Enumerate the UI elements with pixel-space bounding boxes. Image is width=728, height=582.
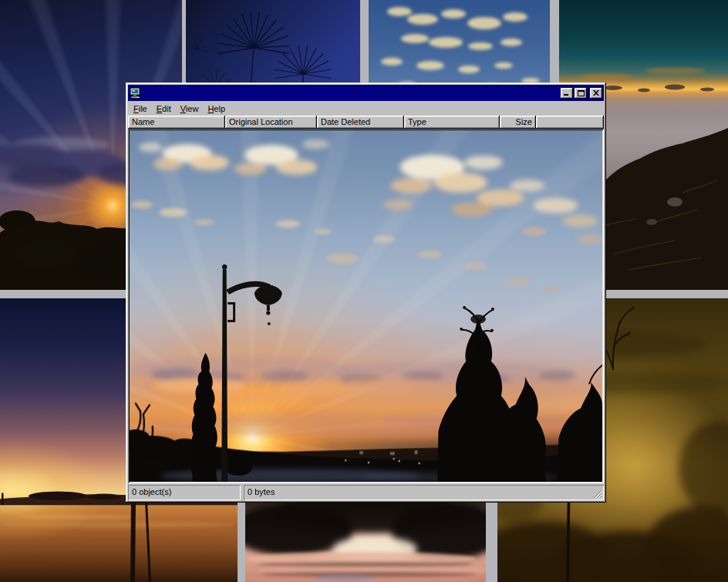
menu-edit[interactable]: Edit [152, 103, 176, 115]
column-header-size[interactable]: Size [500, 116, 536, 129]
status-bytes: 0 bytes [248, 487, 275, 496]
status-bar: 0 object(s) 0 bytes [128, 485, 604, 500]
desktop: File Edit View Help Name Original Locati… [0, 0, 728, 582]
window-titlebar[interactable] [128, 85, 604, 101]
menu-file[interactable]: File [129, 103, 152, 115]
column-headers: Name Original Location Date Deleted Type… [128, 116, 604, 129]
column-header-name[interactable]: Name [128, 116, 225, 129]
minimize-button[interactable] [561, 88, 573, 99]
column-header-type[interactable]: Type [404, 116, 500, 129]
menu-view[interactable]: View [176, 103, 204, 115]
window-controls [561, 88, 602, 99]
menu-help[interactable]: Help [203, 103, 230, 115]
close-icon [593, 90, 599, 96]
status-bytes-panel: 0 bytes [244, 485, 604, 500]
computer-icon [130, 87, 142, 99]
column-header-original-location[interactable]: Original Location [225, 116, 317, 129]
file-list-area[interactable] [128, 129, 604, 483]
column-header-filler[interactable] [536, 116, 604, 129]
status-objects: 0 object(s) [128, 485, 241, 500]
close-button[interactable] [590, 88, 602, 99]
sunset-lamp-photo [130, 130, 602, 482]
minimize-icon [564, 90, 570, 96]
menu-bar: File Edit View Help [128, 101, 604, 116]
resize-grip-icon[interactable] [593, 489, 602, 499]
maximize-button[interactable] [575, 88, 587, 99]
maximize-icon [578, 90, 585, 96]
recycle-bin-window: File Edit View Help Name Original Locati… [126, 82, 606, 503]
column-header-date-deleted[interactable]: Date Deleted [317, 116, 404, 129]
